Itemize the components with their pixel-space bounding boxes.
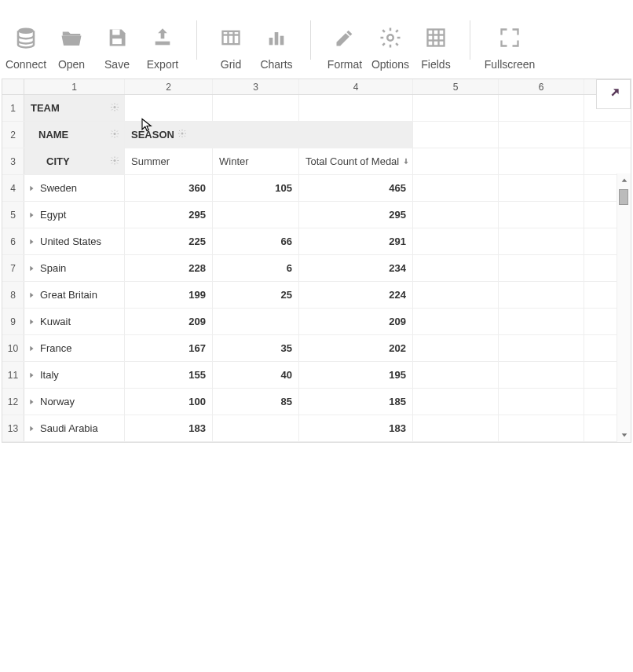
team-cell[interactable]: Italy [24, 362, 125, 388]
team-cell[interactable]: Sweden [24, 175, 125, 201]
team-header[interactable]: TEAM [24, 95, 125, 121]
team-name: Kuwait [40, 316, 71, 327]
row-number: 4 [2, 175, 24, 201]
total-value[interactable]: 224 [299, 282, 413, 308]
separator [196, 20, 197, 60]
table-row: 13Saudi Arabia183183 [2, 415, 631, 442]
col-header-1[interactable]: 1 [24, 79, 125, 94]
winter-value[interactable]: 6 [213, 255, 299, 281]
winter-value[interactable]: 66 [213, 228, 299, 254]
col-header-4[interactable]: 4 [299, 79, 413, 94]
total-col[interactable]: Total Count of Medal [299, 148, 413, 174]
save-button[interactable]: Save [94, 14, 140, 71]
summer-col[interactable]: Summer [125, 148, 213, 174]
total-value[interactable]: 295 [299, 202, 413, 228]
hierarchy-row-city: 3 CITY Summer Winter Total Count of Meda… [2, 148, 631, 175]
open-button[interactable]: Open [49, 14, 94, 71]
scroll-thumb[interactable] [619, 189, 628, 205]
team-cell[interactable]: United States [24, 228, 125, 254]
col-header-6[interactable]: 6 [499, 79, 584, 94]
total-value[interactable]: 195 [299, 362, 413, 388]
winter-value[interactable] [213, 415, 299, 441]
expand-icon[interactable] [27, 318, 35, 326]
summer-value[interactable]: 225 [125, 228, 213, 254]
summer-value[interactable]: 183 [125, 415, 213, 441]
col-header-5[interactable]: 5 [413, 79, 499, 94]
expand-icon[interactable] [27, 265, 35, 272]
row-number: 7 [2, 255, 24, 281]
row-number: 3 [2, 148, 24, 174]
gear-icon[interactable] [110, 155, 119, 167]
scroll-up-icon[interactable] [619, 175, 630, 186]
export-icon [152, 20, 174, 55]
connect-button[interactable]: Connect [3, 14, 49, 71]
expand-icon[interactable] [27, 291, 35, 299]
table-row: 11Italy15540195 [2, 362, 631, 389]
summer-value[interactable]: 199 [125, 282, 213, 308]
summer-value[interactable]: 167 [125, 335, 213, 361]
winter-value[interactable]: 105 [213, 175, 299, 201]
winter-col[interactable]: Winter [213, 148, 299, 174]
team-cell[interactable]: Norway [24, 389, 125, 415]
summer-value[interactable]: 209 [125, 309, 213, 334]
name-header[interactable]: NAME [24, 122, 125, 148]
scroll-down-icon[interactable] [619, 429, 630, 440]
gear-icon[interactable] [110, 102, 119, 114]
collapse-button[interactable] [596, 79, 631, 109]
team-cell[interactable]: Spain [24, 255, 125, 281]
expand-icon[interactable] [27, 425, 35, 433]
total-value[interactable]: 185 [299, 389, 413, 415]
fields-button[interactable]: Fields [413, 14, 459, 71]
team-cell[interactable]: Great Britain [24, 282, 125, 308]
expand-icon[interactable] [27, 211, 35, 219]
col-header-3[interactable]: 3 [213, 79, 299, 94]
format-button[interactable]: Format [322, 14, 368, 71]
winter-value[interactable]: 85 [213, 389, 299, 415]
gear-icon[interactable] [110, 129, 119, 141]
row-number: 1 [2, 95, 24, 121]
corner-cell [2, 79, 24, 94]
winter-value[interactable]: 35 [213, 335, 299, 361]
expand-icon[interactable] [27, 371, 35, 379]
total-value[interactable]: 465 [299, 175, 413, 201]
grid-button[interactable]: Grid [208, 14, 254, 71]
grid-icon [220, 20, 242, 55]
winter-value[interactable]: 40 [213, 362, 299, 388]
team-cell[interactable]: Saudi Arabia [24, 415, 125, 441]
total-value[interactable]: 183 [299, 415, 413, 441]
winter-value[interactable]: 25 [213, 282, 299, 308]
svg-rect-9 [280, 36, 284, 46]
expand-icon[interactable] [27, 184, 35, 192]
col-header-2[interactable]: 2 [125, 79, 213, 94]
table-row: 10France16735202 [2, 335, 631, 362]
row-number: 2 [2, 122, 24, 148]
export-button[interactable]: Export [140, 14, 185, 71]
options-button[interactable]: Options [368, 14, 413, 71]
table-row: 4Sweden360105465 [2, 175, 631, 202]
winter-value[interactable] [213, 309, 299, 334]
svg-rect-1 [112, 30, 119, 35]
season-header[interactable]: SEASON [125, 122, 413, 148]
total-value[interactable]: 234 [299, 255, 413, 281]
fullscreen-button[interactable]: Fullscreen [481, 14, 538, 71]
summer-value[interactable]: 228 [125, 255, 213, 281]
expand-icon[interactable] [27, 345, 35, 352]
total-value[interactable]: 291 [299, 228, 413, 254]
city-header[interactable]: CITY [24, 148, 125, 174]
team-cell[interactable]: France [24, 335, 125, 361]
summer-value[interactable]: 155 [125, 362, 213, 388]
charts-button[interactable]: Charts [254, 14, 299, 71]
expand-icon[interactable] [27, 238, 35, 246]
team-cell[interactable]: Egypt [24, 202, 125, 228]
gear-icon[interactable] [177, 129, 187, 141]
winter-value[interactable] [213, 202, 299, 228]
total-value[interactable]: 202 [299, 335, 413, 361]
summer-value[interactable]: 295 [125, 202, 213, 228]
folder-open-icon [60, 20, 83, 55]
total-value[interactable]: 209 [299, 309, 413, 334]
vertical-scrollbar[interactable] [617, 173, 631, 442]
summer-value[interactable]: 360 [125, 175, 213, 201]
summer-value[interactable]: 100 [125, 389, 213, 415]
team-cell[interactable]: Kuwait [24, 309, 125, 334]
expand-icon[interactable] [27, 398, 35, 406]
